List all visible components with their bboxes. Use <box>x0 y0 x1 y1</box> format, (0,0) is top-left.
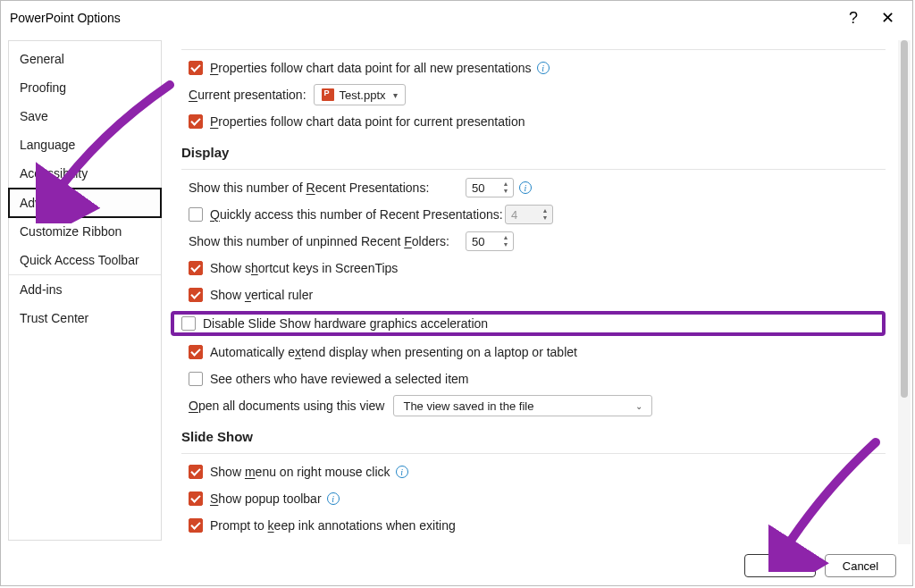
info-icon[interactable]: i <box>327 492 340 505</box>
ok-button[interactable]: OK <box>744 554 816 577</box>
sidebar-item-accessibility[interactable]: Accessibility <box>9 159 161 189</box>
current-presentation-value: Test.pptx <box>340 88 386 102</box>
checkbox-menu-right-click[interactable] <box>189 465 203 479</box>
checkbox-keep-ink[interactable] <box>189 518 203 533</box>
current-presentation-row: Current presentation: Test.pptx ▾ <box>189 84 886 105</box>
scrollbar-thumb[interactable] <box>901 40 908 398</box>
info-icon[interactable]: i <box>396 466 408 478</box>
spinner-arrows-icon[interactable]: ▲▼ <box>500 180 511 196</box>
vertical-scrollbar[interactable] <box>898 40 911 544</box>
quick-access-spinner: 4 ▲▼ <box>505 205 553 224</box>
checkbox-auto-extend[interactable] <box>189 345 203 359</box>
cancel-button[interactable]: Cancel <box>825 554 896 577</box>
sidebar-item-add-ins[interactable]: Add-ins <box>9 275 161 304</box>
window-title: PowerPoint Options <box>10 11 835 25</box>
option-auto-extend: Automatically extend display when presen… <box>189 341 886 363</box>
recent-presentations-spinner[interactable]: 50 ▲▼ <box>466 178 514 197</box>
option-chart-follow-current: Properties follow chart data point for c… <box>189 111 886 132</box>
disable-hw-accel-label: Disable Slide Show hardware graphics acc… <box>203 316 488 331</box>
checkbox-vertical-ruler[interactable] <box>189 288 203 302</box>
checkbox-chart-follow-new[interactable] <box>189 61 203 75</box>
option-shortcut-keys: Show shortcut keys in ScreenTips <box>189 257 886 279</box>
powerpoint-file-icon <box>322 88 334 101</box>
info-icon[interactable]: i <box>519 181 532 194</box>
open-view-dropdown[interactable]: The view saved in the file ⌄ <box>393 395 652 416</box>
option-see-others: See others who have reviewed a selected … <box>189 368 886 390</box>
checkbox-popup-toolbar[interactable] <box>189 491 203 506</box>
sidebar-item-proofing[interactable]: Proofing <box>9 73 161 102</box>
recent-folders-row: Show this number of unpinned Recent Fold… <box>189 231 886 252</box>
current-presentation-dropdown[interactable]: Test.pptx ▾ <box>314 84 406 105</box>
dialog-footer: OK Cancel <box>1 546 912 585</box>
option-vertical-ruler: Show vertical ruler <box>189 284 886 306</box>
divider <box>181 49 886 50</box>
options-dialog: PowerPoint Options ? ✕ General Proofing … <box>0 0 913 586</box>
checkbox-disable-hw-accel[interactable] <box>181 316 196 331</box>
spinner-arrows-icon[interactable]: ▲▼ <box>500 233 511 249</box>
content-pane: Properties follow chart data point for a… <box>162 40 905 541</box>
close-button[interactable]: ✕ <box>872 8 903 28</box>
option-disable-hw-accel-highlighted: Disable Slide Show hardware graphics acc… <box>171 311 886 336</box>
chevron-down-icon: ⌄ <box>635 401 642 411</box>
sidebar-item-general[interactable]: General <box>9 45 161 73</box>
option-keep-ink: Prompt to keep ink annotations when exit… <box>189 515 886 536</box>
recent-presentations-row: Show this number of Recent Presentations… <box>189 177 886 198</box>
spinner-arrows-icon: ▲▼ <box>540 206 550 223</box>
section-display: Display <box>181 145 886 160</box>
info-icon[interactable]: i <box>537 62 550 74</box>
sidebar-item-language[interactable]: Language <box>9 130 161 159</box>
checkbox-shortcut-keys[interactable] <box>189 261 203 275</box>
recent-folders-spinner[interactable]: 50 ▲▼ <box>466 231 514 251</box>
open-view-row: Open all documents using this view The v… <box>189 395 886 416</box>
chevron-down-icon: ▾ <box>393 90 398 100</box>
sidebar-item-customize-ribbon[interactable]: Customize Ribbon <box>9 217 161 246</box>
sidebar-item-quick-access-toolbar[interactable]: Quick Access Toolbar <box>9 246 161 275</box>
option-menu-right-click: Show menu on right mouse click i <box>189 461 886 483</box>
sidebar-item-advanced[interactable]: Advanced <box>8 188 162 218</box>
quick-access-row: Quickly access this number of Recent Pre… <box>189 204 886 225</box>
categories-sidebar: General Proofing Save Language Accessibi… <box>8 40 162 541</box>
option-chart-follow-new: Properties follow chart data point for a… <box>189 57 886 79</box>
checkbox-chart-follow-current[interactable] <box>189 114 203 129</box>
option-popup-toolbar: Show popup toolbar i <box>189 488 886 509</box>
sidebar-item-trust-center[interactable]: Trust Center <box>9 304 161 332</box>
sidebar-item-save[interactable]: Save <box>9 102 161 130</box>
divider <box>181 453 886 454</box>
titlebar: PowerPoint Options ? ✕ <box>1 1 912 35</box>
divider <box>181 169 886 170</box>
checkbox-see-others[interactable] <box>189 372 203 386</box>
checkbox-quick-access[interactable] <box>189 207 203 222</box>
section-slideshow: Slide Show <box>181 429 886 444</box>
help-button[interactable]: ? <box>835 9 872 28</box>
